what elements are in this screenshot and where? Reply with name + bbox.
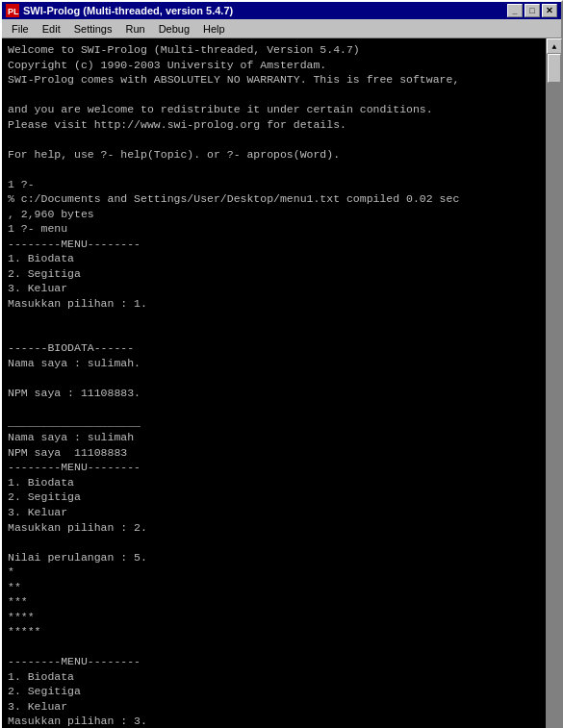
terminal[interactable]: Welcome to SWI-Prolog (Multi-threaded, V… [2, 38, 546, 728]
menu-edit[interactable]: Edit [37, 22, 66, 36]
maximize-button[interactable]: □ [525, 4, 540, 17]
scroll-track[interactable] [547, 54, 561, 728]
menu-file[interactable]: File [6, 22, 35, 36]
menu-help[interactable]: Help [197, 22, 231, 36]
window-title: SWI-Prolog (Multi-threaded, version 5.4.… [23, 5, 233, 16]
menu-settings[interactable]: Settings [68, 22, 118, 36]
minimize-button[interactable]: _ [507, 4, 523, 17]
menu-run[interactable]: Run [119, 22, 150, 36]
scrollbar: ▲ ▼ [546, 38, 561, 728]
title-bar: PL SWI-Prolog (Multi-threaded, version 5… [2, 2, 561, 19]
close-button[interactable]: ✕ [542, 4, 557, 17]
menu-bar: File Edit Settings Run Debug Help [2, 19, 561, 38]
window-controls: _ □ ✕ [507, 4, 557, 17]
terminal-output: Welcome to SWI-Prolog (Multi-threaded, V… [8, 42, 540, 728]
title-bar-left: PL SWI-Prolog (Multi-threaded, version 5… [6, 4, 233, 17]
main-window: PL SWI-Prolog (Multi-threaded, version 5… [0, 0, 563, 728]
app-icon: PL [6, 4, 19, 17]
scroll-thumb[interactable] [548, 54, 561, 83]
terminal-wrapper: Welcome to SWI-Prolog (Multi-threaded, V… [2, 38, 561, 728]
scroll-up-button[interactable]: ▲ [547, 38, 562, 54]
svg-text:PL: PL [8, 7, 19, 16]
menu-debug[interactable]: Debug [153, 22, 195, 36]
